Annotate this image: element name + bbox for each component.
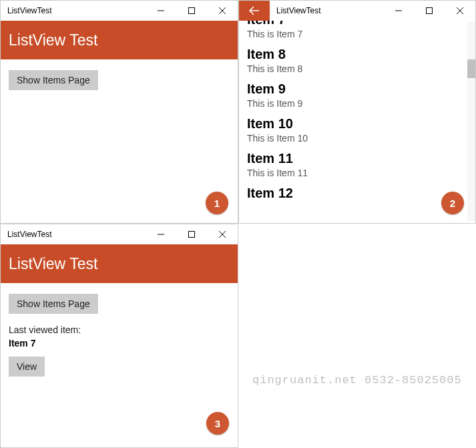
screenshot-2: ListViewTest Item 7 This is Item 7 Item …	[238, 0, 476, 224]
close-button[interactable]	[207, 1, 238, 21]
content-area: Show Items Page Last viewed item: Item 7…	[1, 283, 238, 383]
last-viewed-item: Item 7	[9, 338, 230, 349]
maximize-button[interactable]	[176, 224, 207, 244]
window-title: ListViewTest	[270, 6, 327, 15]
list-item-title: Item 10	[247, 116, 459, 132]
watermark-text: qingruanit.net 0532-85025005	[252, 374, 462, 387]
svg-rect-10	[189, 232, 195, 238]
titlebar: ListViewTest	[239, 1, 475, 21]
titlebar: ListViewTest	[1, 224, 238, 244]
list-item[interactable]: Item 12 This is Item 12	[239, 181, 467, 198]
page-title: ListView Test	[9, 255, 97, 273]
show-items-button[interactable]: Show Items Page	[9, 294, 98, 314]
window-title: ListViewTest	[1, 230, 58, 239]
list-item-sub: This is Item 7	[247, 29, 459, 39]
list-item-title: Item 7	[247, 21, 459, 27]
page-title: ListView Test	[9, 31, 97, 49]
back-button[interactable]	[239, 1, 270, 21]
close-button[interactable]	[445, 1, 475, 21]
content-area: Show Items Page	[1, 59, 238, 97]
minimize-button[interactable]	[146, 1, 176, 21]
screenshot-1: ListViewTest ListView Test Show Items Pa…	[0, 0, 238, 224]
list-item[interactable]: Item 8 This is Item 8	[239, 42, 467, 77]
list-item[interactable]: Item 10 This is Item 10	[239, 111, 467, 146]
list-item-sub: This is Item 8	[247, 63, 459, 74]
last-viewed-label: Last viewed item:	[9, 324, 230, 335]
list-item-title: Item 9	[247, 81, 459, 97]
window-buttons	[146, 224, 238, 244]
list-item[interactable]: Item 7 This is Item 7	[239, 21, 467, 42]
svg-rect-6	[427, 8, 433, 14]
scrollbar-track[interactable]	[467, 22, 475, 222]
list-item-sub: This is Item 9	[247, 98, 459, 109]
annotation-badge-3: 3	[206, 412, 229, 435]
show-items-button[interactable]: Show Items Page	[9, 70, 98, 90]
minimize-button[interactable]	[146, 224, 176, 244]
maximize-button[interactable]	[414, 1, 445, 21]
list-item-title: Item 11	[247, 150, 459, 166]
scrollbar-thumb[interactable]	[467, 59, 475, 78]
annotation-badge-2: 2	[441, 192, 464, 214]
list-item[interactable]: Item 11 This is Item 11	[239, 146, 467, 181]
listview[interactable]: Item 7 This is Item 7 Item 8 This is Ite…	[239, 21, 475, 223]
window-buttons	[383, 1, 475, 21]
list-item-sub: This is Item 10	[247, 133, 459, 144]
window-buttons	[146, 1, 238, 21]
titlebar: ListViewTest	[1, 1, 238, 21]
screenshot-3: ListViewTest ListView Test Show Items Pa…	[0, 224, 238, 448]
view-button[interactable]: View	[9, 357, 45, 377]
window-title: ListViewTest	[1, 6, 58, 15]
svg-rect-1	[189, 8, 195, 14]
app-header: ListView Test	[1, 244, 238, 283]
minimize-button[interactable]	[383, 1, 414, 21]
annotation-badge-1: 1	[206, 192, 228, 214]
maximize-button[interactable]	[176, 1, 207, 21]
app-header: ListView Test	[1, 21, 238, 59]
list-item[interactable]: Item 9 This is Item 9	[239, 77, 467, 111]
list-item-title: Item 12	[247, 185, 459, 198]
list-item-title: Item 8	[247, 46, 459, 62]
list-scroll-area: Item 7 This is Item 7 Item 8 This is Ite…	[239, 21, 467, 223]
close-button[interactable]	[207, 224, 238, 244]
list-item-sub: This is Item 11	[247, 168, 459, 178]
